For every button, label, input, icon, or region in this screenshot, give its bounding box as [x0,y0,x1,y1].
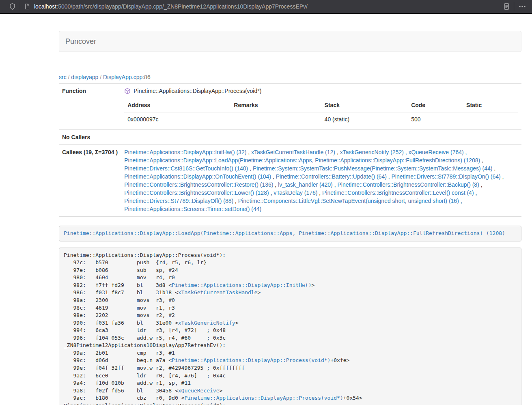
stats-header: Remarks [230,98,321,112]
breadcrumb-separator: / [67,74,71,80]
callee-separator: , [464,149,467,155]
snippet-block: Pinetime::Applications::DisplayApp::Load… [59,226,521,241]
stats-value: 500 [408,112,463,127]
breadcrumb-line-number: :86 [142,74,150,80]
callee-separator: , [233,198,238,204]
snippet-symbol-link[interactable]: Pinetime::Applications::DisplayApp::Load… [64,230,505,236]
callee-link[interactable]: Pinetime::Applications::DisplayApp::Init… [124,149,246,155]
breadcrumb-link-displayapp[interactable]: displayapp [71,74,98,80]
url-bar[interactable]: localhost:5000/path/src/displayapp/Displ… [34,3,503,10]
callee-separator: , [333,181,338,188]
callee-link[interactable]: Pinetime::Controllers::BrightnessControl… [322,190,474,196]
function-stats-table: AddressRemarksStackCodeStatic 0x0000097c… [124,98,518,126]
symbol-table: Function Pinetime::Applications::Display… [59,83,521,217]
stats-header: Code [408,98,463,112]
disassembly-symbol-link[interactable]: Pinetime::Applications::DisplayApp::Proc… [172,357,330,363]
callee-separator: , [480,157,483,164]
callee-link[interactable]: Pinetime::Components::LittleVgl::SetNewT… [238,198,459,204]
callee-link[interactable]: xTaskGenericNotify (252) [340,149,404,155]
stats-header: Address [124,98,230,112]
disassembly-symbol-link[interactable]: Pinetime::Applications::DisplayApp::Proc… [184,395,343,401]
disassembly-symbol-link[interactable]: xTaskGetCurrentTaskHandle [178,289,258,295]
menu-dots-icon[interactable] [518,3,526,10]
browser-toolbar: localhost:5000/path/src/displayapp/Displ… [0,0,532,14]
function-row: Function Pinetime::Applications::Display… [59,84,521,130]
callee-separator: , [492,165,495,172]
callers-row: No Callers [59,130,521,145]
navbar: Puncover [59,31,521,52]
breadcrumb-link-file[interactable]: DisplayApp.cpp [103,74,142,80]
callee-link[interactable]: vTaskDelay (176) [274,190,317,196]
breadcrumb-link-src[interactable]: src [59,74,67,80]
callee-link[interactable]: Pinetime::Applications::Screens::Timer::… [124,206,261,212]
callee-separator: , [246,149,251,155]
callee-separator: , [269,190,274,196]
callee-separator: , [271,173,276,180]
callee-separator: , [317,190,322,196]
callee-link[interactable]: xTaskGetCurrentTaskHandle (12) [251,149,335,155]
disassembly-symbol-link[interactable]: Pinetime::Applications::DisplayApp::Init… [172,282,311,288]
url-path: :5000/path/src/displayapp/DisplayApp.cpp… [56,3,308,10]
callee-separator: , [387,173,392,180]
reader-mode-icon[interactable] [503,3,510,10]
callee-link[interactable]: lv_task_handler (420) [278,181,333,188]
url-host: localhost [34,3,56,10]
callees-list: Pinetime::Applications::DisplayApp::Init… [121,145,521,217]
toolbar-separator [20,2,20,11]
package-icon [124,88,131,95]
callers-list [121,130,521,145]
callee-separator: , [273,181,278,188]
callee-link[interactable]: Pinetime::Drivers::St7789::DisplayOff() … [124,198,233,204]
callee-separator: , [404,149,409,155]
stats-value [463,112,518,127]
breadcrumb: src / displayapp / DisplayApp.cpp:86 [59,73,521,81]
callee-link[interactable]: Pinetime::System::SystemTask::PushMessag… [253,165,493,172]
toolbar-separator [514,2,514,11]
callee-link[interactable]: Pinetime::Drivers::St7789::DisplayOn() (… [392,173,501,180]
page-icon[interactable] [24,3,30,10]
function-name: Pinetime::Applications::DisplayApp::Proc… [134,87,261,95]
callee-link[interactable]: xQueueReceive (764) [409,149,464,155]
stats-header-row: AddressRemarksStackCodeStatic [124,98,518,112]
function-name-line: Pinetime::Applications::DisplayApp::Proc… [124,87,518,95]
callee-link[interactable]: Pinetime::Applications::DisplayApp::Load… [124,157,480,164]
stats-value: 0x0000097c [124,112,230,127]
callee-separator: , [459,198,462,204]
disassembly-block: Pinetime::Applications::DisplayApp::Proc… [59,248,521,405]
callee-separator: , [501,173,504,180]
callee-separator: , [248,165,253,172]
callee-link[interactable]: Pinetime::Applications::DisplayApp::OnTo… [124,173,271,180]
callee-link[interactable]: Pinetime::Controllers::Battery::Update()… [276,173,387,180]
stats-value-row: 0x0000097c40 (static)500 [124,112,518,127]
breadcrumb-separator: / [98,74,103,80]
disassembly-code: Pinetime::Applications::DisplayApp::Proc… [64,252,362,405]
function-row-label: Function [59,84,121,130]
callee-link[interactable]: Pinetime::Controllers::BrightnessControl… [337,181,479,188]
stats-header: Static [463,98,518,112]
callee-link[interactable]: Pinetime::Controllers::BrightnessControl… [124,190,269,196]
disassembly-symbol-link[interactable]: xTaskGenericNotify [178,320,235,326]
callee-link[interactable]: Pinetime::Drivers::Cst816S::GetTouchInfo… [124,165,248,172]
callees-row: Callees (19, Σ=3704 ) Pinetime::Applicat… [59,145,521,217]
stats-value [230,112,321,127]
callees-label: Callees (19, Σ=3704 ) [59,145,121,217]
page-container: Puncover src / displayapp / DisplayApp.c… [59,31,521,405]
callee-separator: , [474,190,477,196]
callee-separator: , [479,181,482,188]
shield-icon[interactable] [9,3,16,10]
callee-link[interactable]: Pinetime::Controllers::BrightnessControl… [124,181,273,188]
disassembly-symbol-link[interactable]: xQueueReceive [178,388,220,394]
stats-value: 40 (static) [321,112,408,127]
stats-header: Stack [321,98,408,112]
callers-label: No Callers [59,130,121,145]
callee-separator: , [335,149,340,155]
brand-link[interactable]: Puncover [59,31,102,52]
